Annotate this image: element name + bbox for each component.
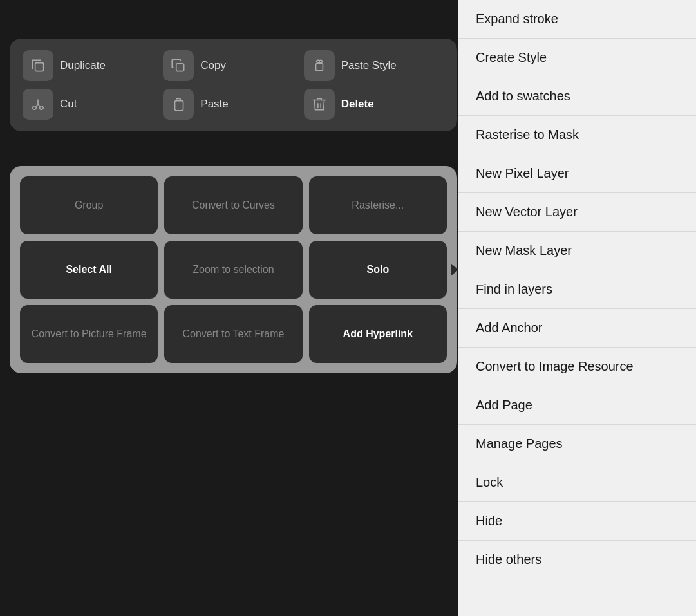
add-page-item[interactable]: Add Page xyxy=(458,386,696,425)
convert-curves-label: Convert to Curves xyxy=(192,199,275,212)
grid-panel: Group Convert to Curves Rasterise... Sel… xyxy=(10,166,457,373)
convert-curves-button[interactable]: Convert to Curves xyxy=(164,176,302,234)
convert-text-btn-wrapper: Convert to Text Frame xyxy=(164,305,302,363)
delete-label: Delete xyxy=(341,98,374,111)
new-mask-layer-label: New Mask Layer xyxy=(476,243,572,258)
paste-icon xyxy=(163,89,194,120)
lock-label: Lock xyxy=(476,475,503,490)
add-hyperlink-button[interactable]: Add Hyperlink xyxy=(309,305,447,363)
right-menu: Expand stroke Create Style Add to swatch… xyxy=(458,0,696,616)
zoom-selection-btn-wrapper: Zoom to selection xyxy=(164,241,302,299)
expand-stroke-item[interactable]: Expand stroke xyxy=(458,0,696,39)
duplicate-button[interactable]: Duplicate xyxy=(23,50,163,81)
group-button[interactable]: Group xyxy=(20,176,158,234)
copy-icon xyxy=(163,50,194,81)
paste-label: Paste xyxy=(200,98,228,111)
expand-stroke-label: Expand stroke xyxy=(476,12,558,26)
convert-text-button[interactable]: Convert to Text Frame xyxy=(164,305,302,363)
find-in-layers-item[interactable]: Find in layers xyxy=(458,270,696,309)
zoom-selection-button[interactable]: Zoom to selection xyxy=(164,241,302,299)
group-btn-wrapper: Group xyxy=(20,176,158,234)
convert-picture-label: Convert to Picture Frame xyxy=(32,328,147,341)
create-style-label: Create Style xyxy=(476,50,547,65)
manage-pages-label: Manage Pages xyxy=(476,436,563,451)
cut-label: Cut xyxy=(60,98,77,111)
convert-image-resource-item[interactable]: Convert to Image Resource xyxy=(458,348,696,386)
cut-icon xyxy=(23,89,53,120)
select-all-label: Select All xyxy=(66,263,111,277)
new-vector-layer-item[interactable]: New Vector Layer xyxy=(458,193,696,232)
convert-curves-btn-wrapper: Convert to Curves xyxy=(164,176,302,234)
solo-label: Solo xyxy=(366,263,389,277)
new-pixel-layer-item[interactable]: New Pixel Layer xyxy=(458,154,696,193)
toolbar-row-1: Duplicate Copy Paste Style xyxy=(23,50,444,81)
convert-picture-button[interactable]: Convert to Picture Frame xyxy=(20,305,158,363)
duplicate-icon xyxy=(23,50,53,81)
rasterise-to-mask-item[interactable]: Rasterise to Mask xyxy=(458,116,696,154)
new-vector-layer-label: New Vector Layer xyxy=(476,205,578,219)
convert-text-label: Convert to Text Frame xyxy=(183,328,285,341)
add-to-swatches-item[interactable]: Add to swatches xyxy=(458,77,696,116)
create-style-item[interactable]: Create Style xyxy=(458,39,696,77)
svg-point-6 xyxy=(33,106,36,109)
add-hyperlink-label: Add Hyperlink xyxy=(343,328,413,341)
svg-rect-0 xyxy=(35,63,44,71)
find-in-layers-label: Find in layers xyxy=(476,282,552,297)
svg-rect-2 xyxy=(315,64,323,71)
delete-icon xyxy=(304,89,335,120)
copy-button[interactable]: Copy xyxy=(163,50,303,81)
zoom-selection-label: Zoom to selection xyxy=(193,263,274,277)
convert-image-resource-label: Convert to Image Resource xyxy=(476,359,634,374)
solo-button[interactable]: Solo xyxy=(309,241,447,299)
delete-button[interactable]: Delete xyxy=(304,89,444,120)
paste-style-label: Paste Style xyxy=(341,59,397,72)
manage-pages-item[interactable]: Manage Pages xyxy=(458,425,696,463)
toolbar-row-2: Cut Paste Delete xyxy=(23,89,444,120)
add-anchor-label: Add Anchor xyxy=(476,321,542,335)
convert-picture-btn-wrapper: Convert to Picture Frame xyxy=(20,305,158,363)
hide-label: Hide xyxy=(476,514,502,528)
lock-item[interactable]: Lock xyxy=(458,463,696,502)
new-mask-layer-item[interactable]: New Mask Layer xyxy=(458,232,696,270)
copy-label: Copy xyxy=(200,59,226,72)
add-to-swatches-label: Add to swatches xyxy=(476,89,570,104)
add-page-label: Add Page xyxy=(476,398,532,413)
add-anchor-item[interactable]: Add Anchor xyxy=(458,309,696,348)
cut-button[interactable]: Cut xyxy=(23,89,163,120)
top-toolbar: Duplicate Copy Paste Style Cut xyxy=(10,39,457,131)
select-all-button[interactable]: Select All xyxy=(20,241,158,299)
rasterise-to-mask-label: Rasterise to Mask xyxy=(476,127,579,142)
hide-others-item[interactable]: Hide others xyxy=(458,541,696,579)
group-label: Group xyxy=(75,199,103,212)
paste-style-icon xyxy=(304,50,335,81)
solo-btn-wrapper: Solo xyxy=(309,241,447,299)
svg-point-7 xyxy=(40,106,43,109)
select-all-btn-wrapper: Select All xyxy=(20,241,158,299)
paste-style-button[interactable]: Paste Style xyxy=(304,50,444,81)
new-pixel-layer-label: New Pixel Layer xyxy=(476,166,569,181)
rasterise-button[interactable]: Rasterise... xyxy=(309,176,447,234)
add-hyperlink-btn-wrapper: Add Hyperlink xyxy=(309,305,447,363)
svg-line-9 xyxy=(38,104,40,106)
rasterise-label: Rasterise... xyxy=(352,199,404,212)
rasterise-btn-wrapper: Rasterise... xyxy=(309,176,447,234)
duplicate-label: Duplicate xyxy=(60,59,106,72)
svg-rect-1 xyxy=(176,64,184,71)
paste-button[interactable]: Paste xyxy=(163,89,303,120)
svg-rect-11 xyxy=(175,101,183,111)
hide-item[interactable]: Hide xyxy=(458,502,696,541)
hide-others-label: Hide others xyxy=(476,552,541,567)
